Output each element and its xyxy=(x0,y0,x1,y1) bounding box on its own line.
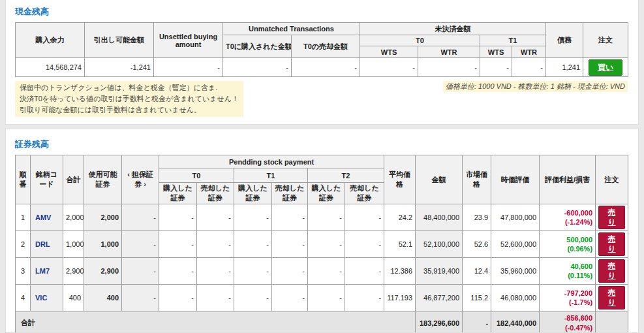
stock-total-row: 合計 183,296,600 - 182,440,000 -856,600 (-… xyxy=(16,311,628,333)
stock-code-link[interactable]: VIC xyxy=(31,285,63,311)
profit-percent: (-1.7%) xyxy=(542,298,592,308)
stock-row: 3 LM7 2,900 2,900 - - - - - - - 12.386 3… xyxy=(16,258,628,285)
profit-percent: (-1.24%) xyxy=(542,217,592,227)
cell-t1-sold: - xyxy=(272,231,308,258)
cell-sell-order: 売り xyxy=(596,258,628,285)
cash-balance-panel: 現金残高 購入余力 引出し可能金額 Unsettled buying amoun… xyxy=(5,0,639,125)
cell-avg-price: 24.2 xyxy=(384,204,416,231)
buy-button[interactable]: 買い xyxy=(589,59,622,76)
cell-buy-order: 買い xyxy=(583,58,628,77)
cell-amount: 52,100,000 xyxy=(416,231,463,258)
sell-button[interactable]: 売り xyxy=(598,232,625,256)
cell-market-price: 23.9 xyxy=(463,204,491,231)
stock-code-link[interactable]: LM7 xyxy=(31,258,63,285)
cell-profit-loss: 500,000 (0.96%) xyxy=(540,231,596,258)
cell-total-order-empty xyxy=(596,311,628,333)
cell-amount: 46,877,200 xyxy=(416,285,463,311)
col-header-t1-wtr: WTR xyxy=(512,46,546,58)
cell-t0-sold: - xyxy=(197,285,234,311)
profit-percent: (0.96%) xyxy=(542,244,592,254)
cash-balance-row: 14,568,274 -1,241 - - - - - - - 1,241 買い xyxy=(16,58,628,77)
col-header-debt: 債務 xyxy=(546,23,583,58)
cell-market-value: 35,960,000 xyxy=(491,258,540,285)
cell-t1-wts: - xyxy=(480,58,512,77)
cash-balance-table: 購入余力 引出し可能金額 Unsettled buying amount Unm… xyxy=(15,22,628,77)
cell-total: 2,900 xyxy=(63,258,84,285)
cell-t0-sold: - xyxy=(197,231,234,258)
col-header-t2: T2 xyxy=(308,168,384,183)
cell-sell-order: 売り xyxy=(596,231,628,258)
stock-balance-title: 証券残高 xyxy=(6,129,638,155)
col-header-t0: T0 xyxy=(159,168,234,183)
col-header-order: 注文 xyxy=(596,155,628,204)
cell-index: 4 xyxy=(16,285,31,311)
col-header-avg-price: 平均価格 xyxy=(384,155,416,204)
col-header-pending-amount: 未決済金額 xyxy=(360,23,546,35)
cell-available: 1,000 xyxy=(84,231,122,258)
cell-total-market-value: 182,440,000 xyxy=(491,311,540,333)
stock-code-link[interactable]: AMV xyxy=(31,204,63,231)
cell-market-price: 12.4 xyxy=(463,258,491,285)
cell-t0-sold: - xyxy=(197,258,234,285)
unit-note: 価格単位: 1000 VND - 株数単位: 1 銘柄 - 現金単位: VND xyxy=(443,81,628,92)
col-header-t0-bought: 購入した証券 xyxy=(159,183,197,204)
col-header-unmatched-transactions: Unmatched Transactions xyxy=(223,23,360,35)
cell-total: 400 xyxy=(63,285,84,311)
cell-total-market-price: - xyxy=(463,311,491,333)
col-header-buying-power: 購入余力 xyxy=(16,23,85,58)
col-header-t2-sold: 売却した証券 xyxy=(345,183,384,204)
cell-t2-bought: - xyxy=(308,258,345,285)
cell-t0-bought: - xyxy=(159,204,197,231)
col-header-t2-bought: 購入した証券 xyxy=(308,183,345,204)
sell-button[interactable]: 売り xyxy=(598,286,625,309)
cell-avg-price: 12.386 xyxy=(384,258,416,285)
cell-total: 1,000 xyxy=(63,231,84,258)
cell-t2-bought: - xyxy=(308,231,345,258)
col-header-t0-bought: T0に購入された金額 xyxy=(223,35,292,58)
cell-profit-loss: 40,600 (0.11%) xyxy=(540,258,596,285)
col-header-stock-code: 銘柄コード xyxy=(31,155,63,204)
cell-t1-sold: - xyxy=(272,258,308,285)
col-header-collateral: ‹ 担保証券 › xyxy=(122,155,159,204)
profit-percent: (-0.47%) xyxy=(542,323,592,333)
cell-total-label: 合計 xyxy=(16,311,416,333)
col-header-t1: T1 xyxy=(480,35,546,46)
cell-available: 2,000 xyxy=(84,204,122,231)
sell-button[interactable]: 売り xyxy=(598,206,625,229)
cell-market-value: 46,080,000 xyxy=(491,285,540,311)
cell-t2-bought: - xyxy=(308,285,345,311)
stock-balance-table: 順番 銘柄コード 合計 使用可能証券 ‹ 担保証券 › Pendding sto… xyxy=(15,155,628,333)
profit-value: -856,600 xyxy=(542,313,592,323)
cell-unsettled-buying: - xyxy=(154,58,223,77)
cell-available: 400 xyxy=(84,285,122,311)
col-header-amount: 金額 xyxy=(416,155,463,204)
cell-withdrawable: -1,241 xyxy=(85,58,154,77)
cash-balance-title: 現金残高 xyxy=(6,0,638,22)
stock-balance-panel: 証券残高 順番 銘柄コード 合計 使用可能証券 ‹ 担保証券 › Penddin… xyxy=(5,128,639,333)
cell-collateral: - xyxy=(122,285,159,311)
cell-avg-price: 52.1 xyxy=(384,231,416,258)
cell-index: 2 xyxy=(16,231,31,258)
cell-debt: 1,241 xyxy=(546,58,583,77)
note-line: 決済T0を待っている値の取引は手数料と税金が含まれていません！ xyxy=(20,93,239,104)
col-header-available: 使用可能証券 xyxy=(84,155,122,204)
cell-market-value: 47,800,000 xyxy=(491,204,540,231)
cell-t0-sold: - xyxy=(292,58,360,77)
cell-t2-sold: - xyxy=(345,258,384,285)
cell-t1-bought: - xyxy=(234,231,272,258)
cell-t0-bought: - xyxy=(159,231,197,258)
profit-percent: (0.11%) xyxy=(542,271,592,281)
cell-t0-wts: - xyxy=(360,58,418,77)
stock-code-link[interactable]: DRL xyxy=(31,231,63,258)
cell-t1-bought: - xyxy=(234,258,272,285)
note-line: 引取り可能な金額には取引手数料は含まれていません。 xyxy=(20,104,239,116)
col-header-t1-wts: WTS xyxy=(480,46,512,58)
cell-total: 2,000 xyxy=(63,204,84,231)
profit-value: -600,000 xyxy=(542,208,592,218)
col-header-total: 合計 xyxy=(63,155,84,204)
cell-collateral: - xyxy=(122,204,159,231)
sell-button[interactable]: 売り xyxy=(598,259,625,283)
col-header-market-price: 市場価格 xyxy=(463,155,491,204)
col-header-t0-wtr: WTR xyxy=(418,46,480,58)
cell-t2-sold: - xyxy=(345,231,384,258)
